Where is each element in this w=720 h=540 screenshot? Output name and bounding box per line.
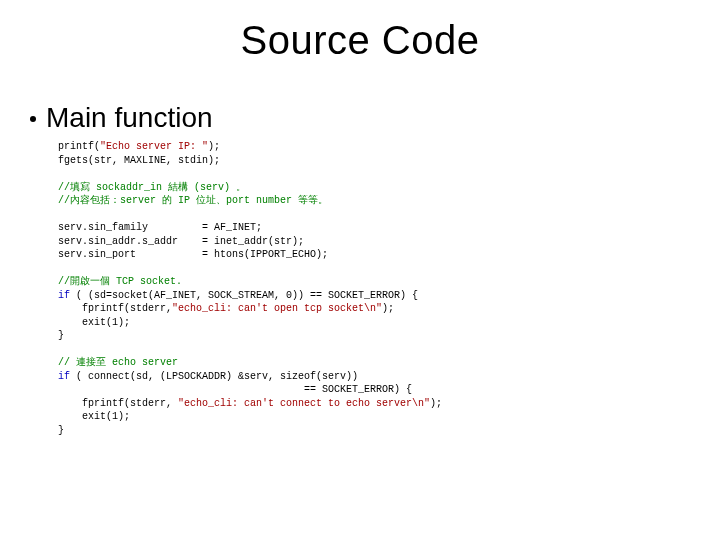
code-line: fgets(str, MAXLINE, stdin); [58, 155, 220, 166]
code-blank [58, 344, 64, 355]
code-comment: //內容包括：server 的 IP 位址、port number 等等。 [58, 195, 328, 206]
code-line: printf( [58, 141, 100, 152]
code-line: exit(1); [58, 317, 130, 328]
code-line: serv.sin_family = AF_INET; [58, 222, 262, 233]
code-line: ); [430, 398, 442, 409]
code-line: ); [208, 141, 220, 152]
code-keyword: if [58, 371, 70, 382]
code-line: exit(1); [58, 411, 130, 422]
code-string: "echo_cli: can't connect to echo server\… [178, 398, 430, 409]
code-blank [58, 263, 64, 274]
code-block: printf("Echo server IP: "); fgets(str, M… [58, 140, 680, 437]
bullet-row: Main function [30, 102, 213, 134]
code-line: ); [382, 303, 394, 314]
code-line: == SOCKET_ERROR) { [58, 384, 412, 395]
code-blank [58, 168, 64, 179]
slide: Source Code Main function printf("Echo s… [0, 0, 720, 540]
code-line: } [58, 330, 64, 341]
code-comment: //開啟一個 TCP socket. [58, 276, 182, 287]
code-blank [58, 209, 64, 220]
code-line: ( connect(sd, (LPSOCKADDR) &serv, sizeof… [70, 371, 358, 382]
code-comment: // 連接至 echo server [58, 357, 178, 368]
code-comment: //填寫 sockaddr_in 結構 (serv) 。 [58, 182, 246, 193]
bullet-dot-icon [30, 116, 36, 122]
code-line: serv.sin_port = htons(IPPORT_ECHO); [58, 249, 328, 260]
code-line: ( (sd=socket(AF_INET, SOCK_STREAM, 0)) =… [70, 290, 418, 301]
code-string: "Echo server IP: " [100, 141, 208, 152]
code-line: } [58, 425, 64, 436]
code-line: serv.sin_addr.s_addr = inet_addr(str); [58, 236, 304, 247]
slide-title: Source Code [0, 18, 720, 63]
code-string: "echo_cli: can't open tcp socket\n" [172, 303, 382, 314]
code-line: fprintf(stderr, [58, 303, 172, 314]
code-line: fprintf(stderr, [58, 398, 178, 409]
bullet-text: Main function [46, 102, 213, 134]
code-keyword: if [58, 290, 70, 301]
